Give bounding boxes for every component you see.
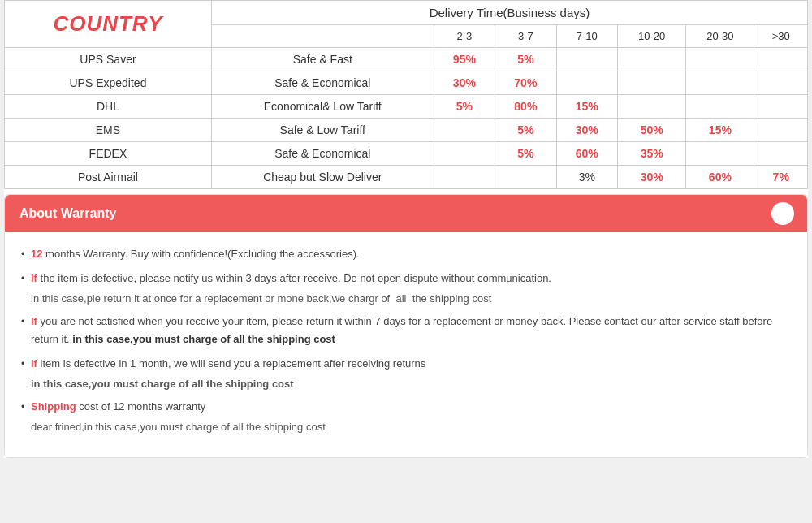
cell-value <box>618 48 686 71</box>
country-header: CoUnTRy <box>5 1 212 48</box>
highlight: Shipping <box>31 400 76 413</box>
list-item: If you are not satisfied when you receiv… <box>21 313 791 348</box>
carrier-name: Post Airmail <box>5 166 212 189</box>
warranty-body: 12 months Warranty. Buy with confidence!… <box>5 232 807 457</box>
carrier-name: FEDEX <box>5 142 212 166</box>
highlight: If <box>31 272 37 284</box>
warranty-section: About Warranty 12 months Warranty. Buy w… <box>4 194 808 458</box>
cell-value <box>618 95 686 119</box>
col-header-10-20: 10-20 <box>618 25 686 48</box>
col-header-3-7: 3-7 <box>495 25 556 48</box>
carrier-desc: Safe & Fast <box>211 48 434 71</box>
highlight: 12 <box>31 248 42 260</box>
delivery-table: CoUnTRy Delivery Time(Business days) 2-3… <box>4 0 808 189</box>
indent-text: in this case,you must charge of all the … <box>21 376 791 393</box>
carrier-name: DHL <box>5 95 212 119</box>
cell-value: 7% <box>754 166 808 189</box>
cell-value: 50% <box>618 119 686 142</box>
cell-value: 30% <box>556 119 617 142</box>
col-header-empty <box>211 25 434 48</box>
cell-value <box>434 119 495 142</box>
table-row: EMS Safe & Low Tariff 5% 30% 50% 15% <box>5 119 808 142</box>
cell-value <box>686 71 754 95</box>
carrier-desc: Safe & Low Tariff <box>211 119 434 142</box>
warranty-text: months Warranty. Buy with confidence!(Ex… <box>45 248 360 260</box>
cell-value <box>754 119 808 142</box>
table-row: UPS Saver Safe & Fast 95% 5% <box>5 48 808 71</box>
list-item: If item is defective in 1 month, we will… <box>21 355 791 373</box>
cell-value <box>434 166 495 189</box>
cell-value <box>686 95 754 119</box>
cell-value <box>434 142 495 166</box>
bold-note: in this case,you must charge of all the … <box>72 333 335 345</box>
cell-value: 95% <box>434 48 495 71</box>
col-header-7-10: 7-10 <box>556 25 617 48</box>
col-header-2-3: 2-3 <box>434 25 495 48</box>
warranty-text: you are not satisfied when you receive y… <box>31 315 772 345</box>
cell-value: 80% <box>495 95 556 119</box>
cell-value <box>686 142 754 166</box>
list-item: 12 months Warranty. Buy with confidence!… <box>21 245 791 263</box>
cell-value: 60% <box>556 142 617 166</box>
highlight: If <box>31 357 37 370</box>
warranty-circle-icon <box>771 202 794 225</box>
warranty-text: cost of 12 months warranty <box>79 400 205 413</box>
cell-value <box>686 48 754 71</box>
warranty-text: the item is defective, please notify us … <box>41 272 551 284</box>
cell-value <box>754 95 808 119</box>
cell-value <box>754 71 808 95</box>
cell-value <box>618 71 686 95</box>
delivery-time-header: Delivery Time(Business days) <box>211 1 807 25</box>
cell-value: 35% <box>618 142 686 166</box>
table-row: DHL Economical& Low Tariff 5% 80% 15% <box>5 95 808 119</box>
cell-value <box>556 48 617 71</box>
indent-text: dear frined,in this case,you must charge… <box>21 419 791 436</box>
country-title: CoUnTRy <box>53 11 162 36</box>
main-container: CoUnTRy Delivery Time(Business days) 2-3… <box>4 0 808 458</box>
cell-value: 5% <box>495 142 556 166</box>
warranty-text: item is defective in 1 month, we will se… <box>41 357 426 370</box>
cell-value: 70% <box>495 71 556 95</box>
cell-value: 30% <box>618 166 686 189</box>
table-row: UPS Expedited Safe & Economical 30% 70% <box>5 71 808 95</box>
carrier-desc: Cheap but Slow Deliver <box>211 166 434 189</box>
carrier-name: UPS Expedited <box>5 71 212 95</box>
carrier-desc: Safe & Economical <box>211 142 434 166</box>
carrier-desc: Safe & Economical <box>211 71 434 95</box>
cell-value: 5% <box>495 119 556 142</box>
cell-value <box>754 48 808 71</box>
cell-value: 3% <box>556 166 617 189</box>
warranty-list: 12 months Warranty. Buy with confidence!… <box>21 245 791 436</box>
list-item: If the item is defective, please notify … <box>21 270 791 287</box>
cell-value: 5% <box>495 48 556 71</box>
indent-text: in this case,ple return it at once for a… <box>21 291 791 308</box>
cell-value: 15% <box>686 119 754 142</box>
carrier-name: EMS <box>5 119 212 142</box>
cell-value <box>754 142 808 166</box>
table-row: Post Airmail Cheap but Slow Deliver 3% 3… <box>5 166 808 189</box>
col-header-20-30: 20-30 <box>686 25 754 48</box>
cell-value: 30% <box>434 71 495 95</box>
cell-value <box>556 71 617 95</box>
carrier-name: UPS Saver <box>5 48 212 71</box>
table-row: FEDEX Safe & Economical 5% 60% 35% <box>5 142 808 166</box>
warranty-title: About Warranty <box>19 206 116 220</box>
highlight: If <box>31 315 37 327</box>
cell-value: 15% <box>556 95 617 119</box>
cell-value: 60% <box>686 166 754 189</box>
list-item: Shipping cost of 12 months warranty <box>21 398 791 416</box>
warranty-header: About Warranty <box>5 195 807 232</box>
cell-value <box>495 166 556 189</box>
carrier-desc: Economical& Low Tariff <box>211 95 434 119</box>
cell-value: 5% <box>434 95 495 119</box>
col-header-gt30: >30 <box>754 25 808 48</box>
